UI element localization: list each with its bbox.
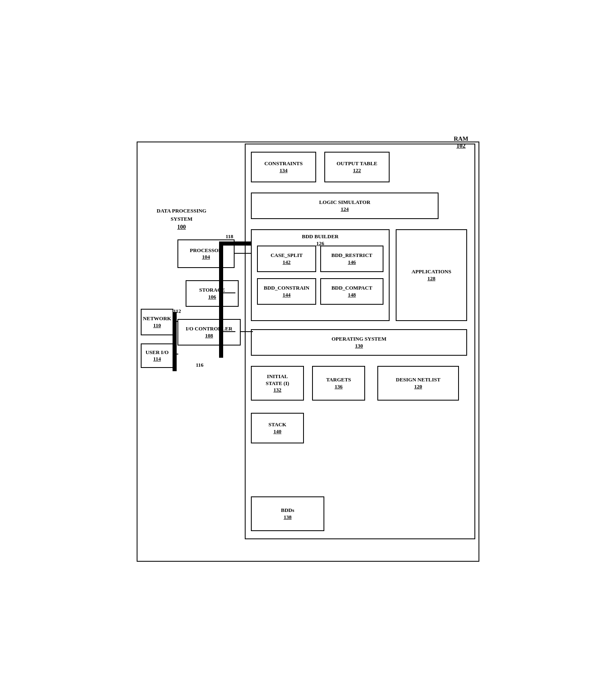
stack-title: STACK: [268, 421, 286, 428]
operating-system-box: OPERATING SYSTEM 130: [251, 329, 467, 356]
io-to-bus: [223, 331, 235, 332]
output-table-box: OUTPUT TABLE 122: [324, 152, 390, 182]
bdd-compact-box: BDD_COMPACT 148: [320, 278, 383, 305]
logic-simulator-title: LOGIC SIMULATOR: [319, 199, 370, 206]
applications-box: APPLICATIONS 128: [396, 229, 467, 321]
dps-number: 100: [177, 224, 186, 230]
logic-simulator-box: LOGIC SIMULATOR 124: [251, 193, 439, 219]
user-io-number: 114: [153, 356, 161, 362]
bdd-compact-number: 148: [348, 292, 356, 298]
processor-to-bus: [235, 253, 252, 254]
network-right-line: [173, 321, 178, 322]
applications-title: APPLICATIONS: [412, 268, 451, 275]
initial-state-title: INITIALSTATE (I): [266, 373, 289, 387]
targets-title: TARGETS: [326, 377, 351, 383]
storage-to-bus: [223, 292, 235, 293]
userio-h-line: [173, 354, 178, 354]
bdd-builder-box: BDD BUILDER 126: [251, 229, 390, 321]
user-io-box: USER I/O 114: [141, 343, 173, 368]
processor-number: 104: [202, 254, 210, 260]
constraints-number: 134: [279, 167, 288, 174]
logic-simulator-number: 124: [341, 206, 349, 213]
io-controller-box: I/O CONTROLLER 108: [177, 319, 241, 346]
targets-box: TARGETS 136: [312, 366, 365, 401]
ram-label: RAM 102: [454, 135, 468, 149]
bdds-box: BDDs 138: [251, 496, 324, 531]
bus-bar-vertical: [219, 241, 223, 358]
bdd-restrict-number: 146: [348, 259, 356, 266]
design-netlist-number: 120: [414, 383, 422, 390]
output-table-number: 122: [353, 167, 361, 174]
constraints-title: CONSTRAINTS: [264, 160, 303, 167]
constraints-box: CONSTRAINTS 134: [251, 152, 316, 182]
applications-number: 128: [428, 275, 436, 282]
bdd-constrain-number: 144: [283, 292, 291, 298]
design-netlist-title: DESIGN NETLIST: [396, 377, 440, 383]
diagram-container: DATA PROCESSINGSYSTEM 100 RAM 102 CONSTR…: [124, 121, 492, 570]
stack-number: 140: [273, 428, 281, 435]
operating-system-title: OPERATING SYSTEM: [332, 336, 386, 343]
bdds-title: BDDs: [281, 507, 295, 514]
network-title: NETWORK: [143, 315, 171, 322]
design-netlist-box: DESIGN NETLIST 120: [377, 366, 459, 401]
storage-number: 106: [208, 294, 216, 300]
bdd-compact-title: BDD_COMPACT: [331, 285, 372, 292]
ram-number: 102: [456, 142, 466, 149]
label-116: 116: [196, 362, 204, 368]
stack-box: STACK 140: [251, 413, 304, 443]
dps-label: DATA PROCESSINGSYSTEM 100: [149, 207, 214, 231]
network-number: 110: [153, 322, 161, 329]
bdd-restrict-box: BDD_RESTRICT 146: [320, 246, 383, 272]
operating-system-number: 130: [355, 343, 363, 349]
case-split-box: CASE_SPLIT 142: [257, 246, 316, 272]
network-box: NETWORK 110: [141, 309, 173, 335]
bdds-number: 138: [284, 514, 292, 520]
case-split-number: 142: [283, 259, 291, 266]
bdd-constrain-title: BDD_CONSTRAIN: [264, 285, 310, 292]
io-right-line: [241, 331, 253, 332]
output-table-title: OUTPUT TABLE: [337, 160, 377, 167]
targets-number: 136: [335, 383, 343, 390]
initial-state-number: 132: [273, 387, 281, 393]
storage-box: STORAGE 106: [186, 280, 239, 307]
case-split-title: CASE_SPLIT: [270, 252, 303, 259]
bdd-constrain-box: BDD_CONSTRAIN 144: [257, 278, 316, 305]
top-v-line: [243, 241, 244, 246]
io-controller-number: 108: [205, 332, 213, 339]
user-io-title: USER I/O: [146, 349, 169, 356]
label-118: 118: [226, 233, 233, 240]
processor-title: PROCESSOR: [190, 247, 222, 254]
top-bus-h-line: [223, 244, 246, 244]
initial-state-box: INITIALSTATE (I) 132: [251, 366, 304, 401]
bdd-builder-title: BDD BUILDER: [302, 233, 339, 240]
bdd-restrict-title: BDD_RESTRICT: [331, 252, 372, 259]
